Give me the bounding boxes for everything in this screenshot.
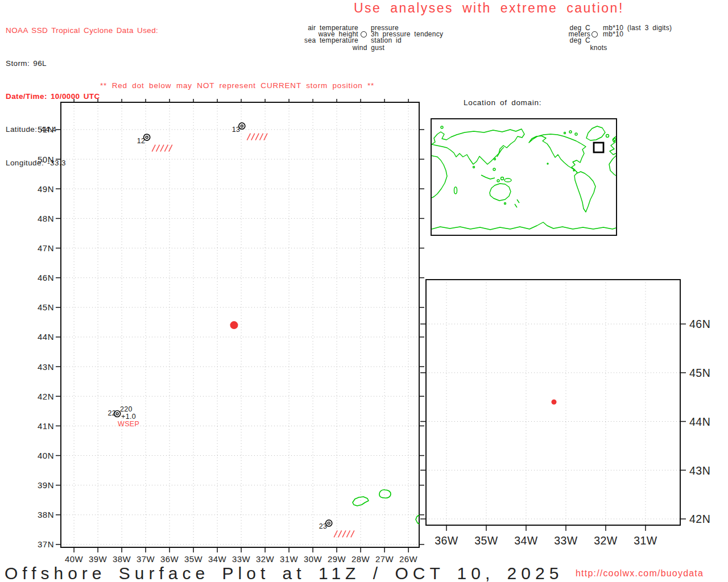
lat-tick-label: 43N bbox=[31, 362, 54, 372]
storm-name: Storm: 96L bbox=[6, 58, 158, 69]
units-legend-left-col: deg C meters deg C bbox=[477, 25, 590, 44]
missing-data-hatch bbox=[260, 134, 263, 140]
station-circle-icon bbox=[361, 31, 367, 38]
legend-station-id: station id bbox=[371, 38, 443, 44]
missing-data-hatch bbox=[351, 530, 354, 537]
missing-data-hatch bbox=[342, 530, 346, 537]
legend-sea-temperature: sea temperature bbox=[304, 38, 358, 44]
lat-tick-label: 45N bbox=[31, 302, 54, 312]
lat-tick-label: 44N bbox=[689, 415, 726, 429]
station-id: WSEP bbox=[118, 420, 139, 428]
red-dot-warning: ** Red dot below may NOT represent CURRE… bbox=[100, 81, 374, 90]
station-air-temp: 13 bbox=[232, 126, 241, 134]
lon-tick-label: 32W bbox=[589, 534, 623, 547]
missing-data-hatch bbox=[156, 145, 160, 152]
azores-coastline bbox=[353, 490, 419, 524]
missing-data-hatch bbox=[251, 134, 255, 140]
missing-data-hatch bbox=[247, 134, 250, 140]
missing-data-hatch bbox=[164, 145, 168, 152]
lat-tick-label: 42N bbox=[689, 513, 726, 526]
storm-position-dot bbox=[551, 400, 556, 405]
station-air-temp: 23 bbox=[319, 522, 328, 530]
caution-banner: Use analyses with extreme caution! bbox=[354, 1, 624, 16]
lon-tick-label: 36W bbox=[429, 534, 464, 547]
station-pressure: 220 bbox=[120, 405, 133, 413]
unit-knots: knots bbox=[577, 44, 620, 52]
lat-tick-label: 46N bbox=[689, 318, 726, 331]
missing-data-hatch bbox=[346, 530, 350, 537]
storm-datetime: Date/Time: 10/0000 UTC bbox=[6, 91, 158, 102]
main_map-svg: 121322220+1.0WSEP23 bbox=[61, 102, 419, 547]
lat-tick-label: 45N bbox=[689, 367, 726, 380]
zoom_map-svg bbox=[426, 280, 680, 525]
lat-tick-label: 42N bbox=[31, 392, 54, 401]
lon-tick-label: 34W bbox=[509, 534, 543, 547]
missing-data-hatch bbox=[160, 145, 164, 152]
missing-data-hatch bbox=[152, 145, 155, 152]
legend-wind-gust: wind gust bbox=[346, 44, 391, 52]
units-legend-right-col: mb*10 (last 3 digits) mb*10 bbox=[603, 25, 672, 38]
storm-position-dot bbox=[230, 321, 238, 329]
storm-info-title: NOAA SSD Tropical Cyclone Data Used: bbox=[6, 25, 158, 36]
domain-inset-map bbox=[431, 118, 617, 236]
lon-tick-label: 26W bbox=[391, 554, 425, 564]
inset-title: Location of domain: bbox=[464, 98, 541, 107]
page-title: Offshore Surface Plot at 11Z / OCT 10, 2… bbox=[5, 564, 563, 582]
unit-deg-c-sea: deg C bbox=[569, 38, 590, 44]
lat-tick-label: 47N bbox=[31, 243, 54, 253]
lat-tick-label: 49N bbox=[31, 184, 54, 194]
lat-tick-label: 39N bbox=[31, 480, 54, 490]
lat-tick-label: 38N bbox=[31, 510, 54, 519]
missing-data-hatch bbox=[264, 134, 267, 140]
lat-tick-label: 50N bbox=[31, 155, 54, 164]
station-plot: 13 bbox=[232, 123, 267, 140]
lat-tick-label: 41N bbox=[31, 421, 54, 431]
station-air-temp: 12 bbox=[137, 137, 146, 145]
lat-tick-label: 48N bbox=[31, 214, 54, 223]
station-circle-icon bbox=[592, 31, 598, 38]
world-coastlines bbox=[432, 126, 616, 230]
unit-mb10: mb*10 bbox=[603, 31, 672, 38]
missing-data-hatch bbox=[338, 530, 342, 537]
station-legend-right-col: pressure 3h pressure tendency station id bbox=[371, 25, 443, 44]
station-plot: 12 bbox=[137, 134, 172, 152]
lat-tick-label: 44N bbox=[31, 332, 54, 342]
buoydata-link[interactable]: http://coolwx.com/buoydata bbox=[576, 568, 704, 579]
zoom-map-plot: 36W35W34W33W32W31W46N45N44N43N42N bbox=[426, 280, 680, 525]
main-map-plot: 121322220+1.0WSEP2340W39W38W37W36W35W34W… bbox=[61, 102, 419, 547]
missing-data-hatch bbox=[334, 530, 337, 537]
lon-tick-label: 31W bbox=[628, 534, 663, 547]
station-legend-left-col: air temperature wave height sea temperat… bbox=[245, 25, 358, 44]
station-plot: 22220+1.0WSEP bbox=[108, 405, 140, 428]
lon-tick-label: 35W bbox=[469, 534, 503, 547]
world-map-svg bbox=[432, 119, 616, 235]
missing-data-hatch bbox=[255, 134, 259, 140]
lat-tick-label: 40N bbox=[31, 451, 54, 460]
lat-tick-label: 46N bbox=[31, 273, 54, 282]
domain-rectangle bbox=[594, 143, 603, 152]
lat-tick-label: 51N bbox=[31, 124, 54, 134]
lat-tick-label: 43N bbox=[689, 464, 726, 477]
station-pressure-tendency: +1.0 bbox=[121, 413, 136, 421]
lon-tick-label: 33W bbox=[549, 534, 583, 547]
lat-tick-label: 37N bbox=[31, 539, 54, 549]
station-air-temp: 22 bbox=[108, 409, 117, 417]
